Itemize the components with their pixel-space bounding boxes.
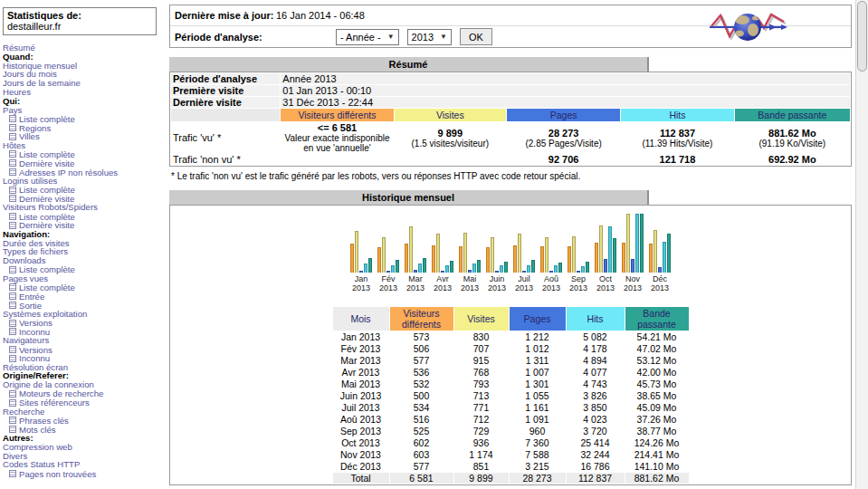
chart-bar — [545, 237, 548, 273]
summary-info-label: Période d'analyse — [171, 73, 280, 84]
sidebar-menu: RésuméQuand:Historique mensuelJours du m… — [3, 43, 167, 478]
cell: 603 — [390, 449, 453, 460]
site-name: destailleur.fr — [7, 21, 152, 32]
cell: Juin 2013 — [333, 390, 389, 401]
cell: 1 007 — [510, 367, 566, 378]
chart-month-group: Mai2013 — [458, 214, 482, 292]
table-row: Nov 20136031 1747 58832 244214.41 Mo — [333, 449, 689, 460]
chart-month-label: Nov2013 — [624, 275, 642, 292]
value-sub: (1.5 visites/visiteur) — [396, 139, 504, 149]
cell: 4 077 — [567, 367, 625, 378]
chart-bar — [405, 244, 408, 273]
chart-bar — [423, 258, 426, 273]
chart-bars — [595, 214, 616, 273]
cell: 1 012 — [510, 343, 566, 354]
summary-info-label: Dernière visite — [171, 97, 280, 108]
list-icon — [9, 399, 16, 407]
cell: Oct 2013 — [333, 437, 389, 448]
chart-bar — [391, 265, 395, 273]
cell: 38.77 Mo — [625, 426, 689, 436]
chart-bar — [622, 243, 625, 273]
summary-value-cell: 92 706 — [507, 154, 620, 165]
sidebar-subitem[interactable]: Pages non trouvées — [3, 469, 167, 478]
value-main: 28 273 — [509, 128, 618, 139]
list-icon — [9, 417, 16, 424]
chart-bar — [649, 244, 653, 273]
monthly-chart: Jan2013Fév2013Mar2013Avr2013Mai2013Juin2… — [170, 214, 851, 292]
chart-bars — [377, 214, 399, 273]
cell: 1 212 — [510, 331, 566, 342]
chart-month-group: Oct2013 — [594, 214, 618, 292]
list-icon — [9, 133, 16, 140]
summary-value-cell: 9 899(1.5 visites/visiteur) — [395, 122, 506, 153]
list-icon — [9, 266, 16, 273]
summary-value-cell: 121 718 — [621, 154, 733, 165]
chart-month-group: Juil2013 — [512, 214, 537, 292]
period-select[interactable]: - Année - ▼ — [336, 29, 399, 45]
chart-bar — [626, 214, 630, 273]
chart-bars — [540, 214, 562, 273]
chart-bar — [445, 265, 449, 273]
column-header: Visites — [454, 307, 509, 331]
chart-bar — [599, 225, 603, 273]
chart-bar — [513, 245, 517, 273]
cell: 712 — [454, 414, 509, 425]
chart-month-group: Nov2013 — [621, 214, 645, 292]
summary-data-row: Trafic 'vu' *<= 6 581Valeur exacte indis… — [171, 122, 850, 153]
chart-bar — [613, 238, 616, 273]
chart-bars — [350, 214, 372, 273]
list-icon — [9, 346, 16, 353]
sidebar-item[interactable]: Compression web — [3, 443, 167, 452]
cell: Aoû 2013 — [333, 414, 389, 425]
chart-bar — [459, 246, 463, 273]
chart-month-group: Déc2013 — [648, 214, 672, 292]
value-main: 9 899 — [396, 128, 504, 139]
cell: Déc 2013 — [333, 461, 389, 472]
table-row: Oct 20136029367 36025 414124.26 Mo — [333, 437, 689, 448]
chart-bar — [595, 243, 598, 273]
chart-bar — [531, 260, 535, 273]
sidebar-section-header: Qui: — [3, 97, 167, 106]
last-update-label: Dernière mise à jour: — [175, 10, 276, 21]
vertical-scrollbar[interactable] — [855, 0, 868, 489]
summary-data-row: Trafic 'non vu' *92 706121 718692.92 Mo — [171, 154, 850, 165]
summary-section-title: Résumé — [169, 57, 649, 72]
list-icon — [9, 159, 16, 167]
cell: 525 — [390, 426, 453, 436]
chart-bars — [486, 214, 508, 273]
monthly-panel: Jan2013Fév2013Mar2013Avr2013Mai2013Juin2… — [169, 205, 852, 485]
chart-bar — [558, 263, 562, 273]
sidebar-subitem[interactable]: Villes — [3, 132, 167, 141]
list-icon — [9, 115, 16, 122]
table-row: Fév 20135067071 0124 17847.02 Mo — [333, 343, 689, 354]
chart-bar — [554, 265, 558, 273]
cell: Nov 2013 — [333, 449, 389, 460]
chart-month-label: Fév2013 — [379, 275, 397, 292]
sidebar-item[interactable]: Heures — [3, 88, 167, 97]
list-icon — [9, 195, 16, 202]
chart-month-group: Aoû2013 — [539, 214, 564, 292]
chart-bar — [518, 234, 521, 273]
total-cell: 28 273 — [510, 473, 566, 484]
list-icon — [9, 320, 16, 327]
chart-bar — [377, 247, 381, 273]
site-box: Statistiques de: destailleur.fr — [3, 7, 157, 35]
list-icon — [9, 283, 16, 291]
chart-bars — [405, 214, 426, 273]
chevron-down-icon: ▼ — [440, 33, 447, 41]
chart-month-label: Juin2013 — [488, 275, 506, 292]
ok-button[interactable]: OK — [460, 28, 492, 45]
list-icon — [9, 168, 16, 176]
cell: 516 — [390, 414, 453, 425]
cell: 1 161 — [510, 402, 566, 413]
chart-bar — [640, 214, 644, 273]
cell: 729 — [454, 426, 509, 436]
summary-value-cell: 881.62 Mo(91.19 Ko/Visite) — [735, 122, 850, 153]
cell: 4 743 — [567, 379, 625, 389]
scrollbar-thumb[interactable] — [857, 1, 867, 72]
chart-month-label: Déc2013 — [651, 275, 669, 292]
value-main: 881.62 Mo — [737, 128, 848, 139]
period-label: Période d'analyse: — [175, 32, 336, 43]
year-select[interactable]: 2013 ▼ — [407, 29, 452, 45]
chart-bars — [513, 214, 535, 273]
